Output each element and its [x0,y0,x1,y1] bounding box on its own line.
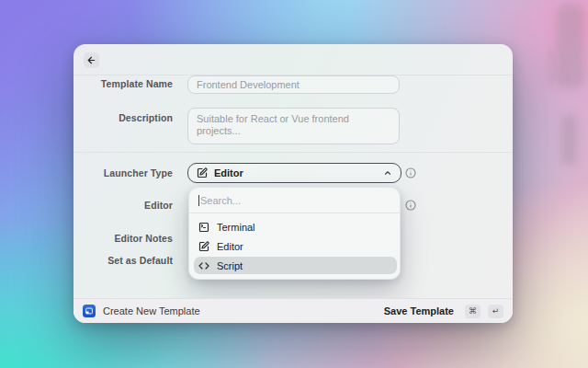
text-cursor [198,195,199,206]
launcher-type-label: Launcher Type [74,167,173,178]
save-template-button[interactable]: Save Template [384,305,454,316]
dropdown-search-input[interactable]: Search... [189,188,400,213]
back-button[interactable] [84,52,99,68]
option-label: Editor [217,241,243,252]
dropdown-divider [189,213,400,213]
return-key-icon[interactable]: ↵ [488,305,503,318]
app-window-icon [83,305,96,317]
editor-pen-icon [197,167,208,178]
launcher-type-select[interactable]: Editor [187,163,401,183]
search-placeholder: Search... [200,195,241,206]
option-label: Script [217,260,243,271]
set-as-default-label: Set as Default [74,255,173,266]
editor-info-icon[interactable] [405,200,416,211]
template-name-input[interactable]: Frontend Development [187,75,400,94]
section-divider [74,152,513,153]
launcher-type-info-icon[interactable] [405,167,416,178]
arrow-left-icon [86,55,96,65]
background-blob [548,48,556,86]
command-key-icon[interactable]: ⌘ [465,305,481,318]
chevron-up-icon [383,168,392,178]
dropdown-option-editor[interactable]: Editor [194,237,397,256]
launcher-type-value: Editor [214,167,377,178]
create-template-window: Template Name Frontend Development Descr… [74,44,513,323]
option-label: Terminal [217,222,255,233]
description-textarea[interactable]: Suitable for React or Vue frontend proje… [187,108,400,144]
launcher-type-dropdown: Search... Terminal Editor Script [188,187,401,280]
editor-notes-label: Editor Notes [74,233,173,244]
background-blob [557,4,584,88]
editor-label: Editor [74,200,173,211]
window-footer: Create New Template Save Template ⌘ ↵ [74,298,513,323]
description-label: Description [74,112,173,123]
editor-pen-icon [198,241,209,252]
template-name-label: Template Name [74,78,173,89]
background-blob [562,114,577,166]
terminal-icon [198,222,209,233]
footer-title: Create New Template [103,305,377,316]
dropdown-option-terminal[interactable]: Terminal [194,218,397,236]
dropdown-option-script[interactable]: Script [194,257,397,274]
code-icon [198,260,209,271]
